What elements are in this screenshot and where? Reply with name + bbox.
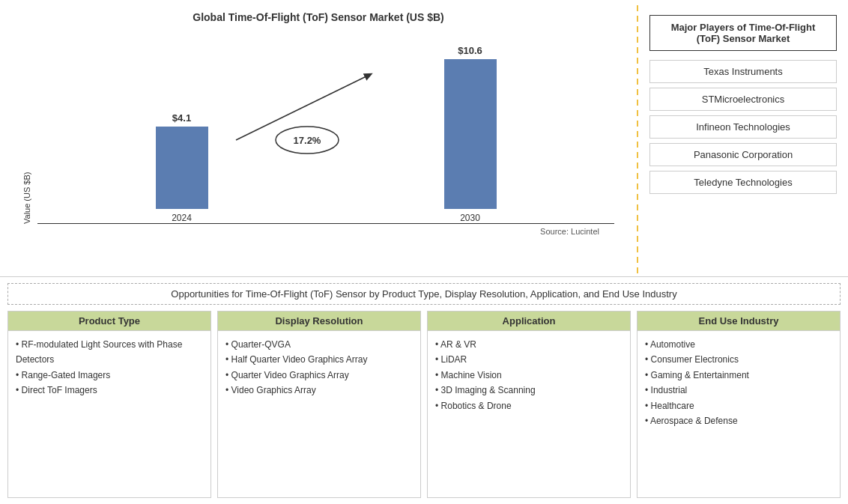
column-end-use-industry: End Use Industry Automotive Consumer Ele… [637,311,841,498]
bar-year-2030: 2030 [460,213,480,223]
column-content-display-resolution: Quarter-QVGA Half Quarter Video Graphics… [218,331,420,404]
list-item: Video Graphics Array [225,383,413,398]
opportunities-title: Opportunities for Time-Of-Flight (ToF) S… [7,283,841,305]
y-axis-label: Value (US $B) [22,29,31,224]
list-item: Industrial [645,383,832,398]
column-header-application: Application [428,312,630,331]
chart-area: Global Time-Of-Flight (ToF) Sensor Marke… [7,7,629,273]
list-item: Automotive [645,337,832,352]
columns-row: Product Type RF-modulated Light Sources … [7,311,841,498]
player-item-4: Panasonic Corporation [649,143,837,166]
list-item: Healthcare [645,398,832,413]
bar-2030 [444,59,497,209]
bar-group-2030: $10.6 2030 [444,45,497,223]
bar-year-2024: 2024 [172,213,192,223]
list-item: Gaming & Entertainment [645,368,832,383]
column-header-product-type: Product Type [8,312,211,331]
column-header-display-resolution: Display Resolution [218,312,420,331]
column-content-end-use-industry: Automotive Consumer Electronics Gaming &… [637,331,840,434]
players-title: Major Players of Time-Of-Flight (ToF) Se… [649,15,837,51]
bars-area: $4.1 2024 $10.6 2030 [37,29,614,223]
bar-2024 [156,127,208,209]
source-label: Source: Lucintel [540,227,614,236]
column-display-resolution: Display Resolution Quarter-QVGA Half Qua… [217,311,421,498]
list-item: 3D Imaging & Scanning [435,383,623,398]
bar-value-2024: $4.1 [172,112,191,124]
player-item-2: STMicroelectronics [649,88,837,111]
column-product-type: Product Type RF-modulated Light Sources … [7,311,211,498]
list-item: Robotics & Drone [435,398,623,413]
top-section: Global Time-Of-Flight (ToF) Sensor Marke… [0,0,848,277]
chart-wrapper: Value (US $B) 17.2% [22,29,614,224]
column-content-product-type: RF-modulated Light Sources with Phase De… [8,331,211,404]
list-item: Consumer Electronics [645,352,832,367]
chart-title: Global Time-Of-Flight (ToF) Sensor Marke… [193,11,444,23]
list-item: LiDAR [435,352,623,367]
bar-value-2030: $10.6 [458,45,482,56]
player-item-3: Infineon Technologies [649,115,837,139]
column-content-application: AR & VR LiDAR Machine Vision 3D Imaging … [428,331,630,419]
list-item: Direct ToF Imagers [16,383,203,398]
list-item: RF-modulated Light Sources with Phase De… [16,337,203,368]
column-application: Application AR & VR LiDAR Machine Vision… [427,311,631,498]
vertical-separator [637,5,638,275]
bottom-section: Opportunities for Time-Of-Flight (ToF) S… [0,277,848,504]
list-item: Quarter Video Graphics Array [225,368,413,383]
list-item: Range-Gated Imagers [16,368,203,383]
x-axis-line [37,223,614,224]
list-item: Half Quarter Video Graphics Array [225,352,413,367]
player-item-5: Teledyne Technologies [649,171,837,194]
list-item: Quarter-QVGA [225,337,413,352]
list-item: Aerospace & Defense [645,413,832,428]
list-item: AR & VR [435,337,623,352]
list-item: Machine Vision [435,368,623,383]
bar-group-2024: $4.1 2024 [156,112,208,223]
main-container: Global Time-Of-Flight (ToF) Sensor Marke… [0,0,848,504]
column-header-end-use-industry: End Use Industry [637,312,840,331]
chart-content: 17.2% $4.1 2024 $10.6 2030 [37,29,614,224]
player-item-1: Texas Instruments [649,60,837,83]
players-panel: Major Players of Time-Of-Flight (ToF) Se… [646,7,841,273]
